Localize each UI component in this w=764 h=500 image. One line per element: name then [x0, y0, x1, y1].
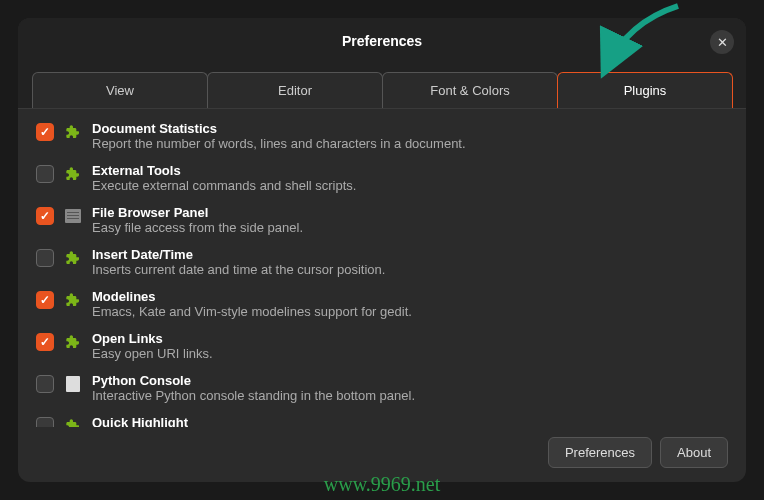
puzzle-icon	[64, 333, 82, 351]
puzzle-icon	[64, 123, 82, 141]
puzzle-icon	[64, 165, 82, 183]
puzzle-icon	[64, 249, 82, 267]
plugin-title: Document Statistics	[92, 121, 728, 136]
about-button[interactable]: About	[660, 437, 728, 468]
plugin-checkbox[interactable]	[36, 207, 54, 225]
puzzle-icon	[64, 291, 82, 309]
plugin-text: Quick HighlightHighlights every occurren…	[92, 415, 728, 427]
plugin-row[interactable]: Document StatisticsReport the number of …	[36, 115, 728, 157]
plugin-preferences-button[interactable]: Preferences	[548, 437, 652, 468]
plugin-title: Quick Highlight	[92, 415, 728, 427]
plugin-checkbox[interactable]	[36, 123, 54, 141]
plugin-checkbox[interactable]	[36, 249, 54, 267]
plugin-checkbox[interactable]	[36, 417, 54, 427]
plugin-checkbox[interactable]	[36, 291, 54, 309]
plugin-text: Open LinksEasy open URI links.	[92, 331, 728, 361]
plugin-checkbox[interactable]	[36, 333, 54, 351]
plugin-text: Insert Date/TimeInserts current date and…	[92, 247, 728, 277]
plugin-title: Open Links	[92, 331, 728, 346]
plugin-row[interactable]: External ToolsExecute external commands …	[36, 157, 728, 199]
python-icon	[64, 375, 82, 393]
plugin-title: File Browser Panel	[92, 205, 728, 220]
plugin-checkbox[interactable]	[36, 165, 54, 183]
plugin-title: Modelines	[92, 289, 728, 304]
plugin-description: Easy file access from the side panel.	[92, 220, 728, 235]
tab-view[interactable]: View	[32, 72, 208, 108]
titlebar: Preferences ✕	[18, 18, 746, 64]
plugin-row[interactable]: Python ConsoleInteractive Python console…	[36, 367, 728, 409]
plugin-text: Python ConsoleInteractive Python console…	[92, 373, 728, 403]
plugin-row[interactable]: Quick HighlightHighlights every occurren…	[36, 409, 728, 427]
plugin-checkbox[interactable]	[36, 375, 54, 393]
plugin-text: External ToolsExecute external commands …	[92, 163, 728, 193]
window-title: Preferences	[342, 33, 422, 49]
close-button[interactable]: ✕	[710, 30, 734, 54]
plugin-list[interactable]: Document StatisticsReport the number of …	[18, 108, 746, 427]
plugin-description: Emacs, Kate and Vim-style modelines supp…	[92, 304, 728, 319]
plugin-row[interactable]: Open LinksEasy open URI links.	[36, 325, 728, 367]
plugin-title: External Tools	[92, 163, 728, 178]
file-browser-icon	[64, 207, 82, 225]
tab-font-colors[interactable]: Font & Colors	[382, 72, 558, 108]
tabs: ViewEditorFont & ColorsPlugins	[18, 64, 746, 108]
plugin-row[interactable]: File Browser PanelEasy file access from …	[36, 199, 728, 241]
plugin-description: Inserts current date and time at the cur…	[92, 262, 728, 277]
tab-editor[interactable]: Editor	[207, 72, 383, 108]
plugin-row[interactable]: ModelinesEmacs, Kate and Vim-style model…	[36, 283, 728, 325]
plugin-text: Document StatisticsReport the number of …	[92, 121, 728, 151]
plugin-text: ModelinesEmacs, Kate and Vim-style model…	[92, 289, 728, 319]
close-icon: ✕	[717, 35, 728, 50]
plugin-row[interactable]: Insert Date/TimeInserts current date and…	[36, 241, 728, 283]
plugin-text: File Browser PanelEasy file access from …	[92, 205, 728, 235]
plugin-title: Insert Date/Time	[92, 247, 728, 262]
footer: Preferences About	[18, 427, 746, 482]
puzzle-icon	[64, 417, 82, 427]
plugin-description: Interactive Python console standing in t…	[92, 388, 728, 403]
plugin-title: Python Console	[92, 373, 728, 388]
tab-plugins[interactable]: Plugins	[557, 72, 733, 108]
plugin-description: Easy open URI links.	[92, 346, 728, 361]
preferences-window: Preferences ✕ ViewEditorFont & ColorsPlu…	[18, 18, 746, 482]
plugin-description: Execute external commands and shell scri…	[92, 178, 728, 193]
plugin-description: Report the number of words, lines and ch…	[92, 136, 728, 151]
